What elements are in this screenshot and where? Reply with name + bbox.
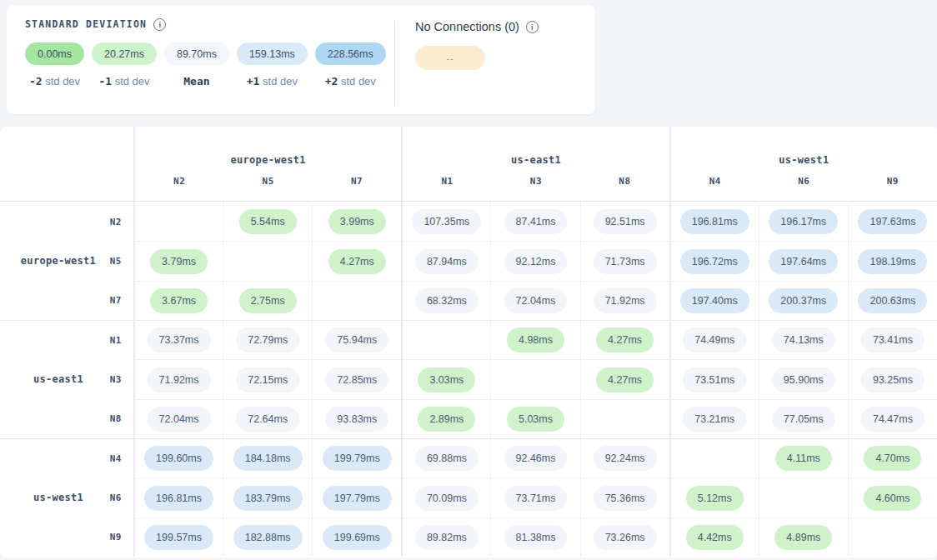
latency-value-pill[interactable]: 4.27ms bbox=[328, 249, 386, 274]
latency-cell: 197.79ms bbox=[312, 478, 401, 517]
latency-value-pill[interactable]: 4.42ms bbox=[686, 525, 744, 550]
latency-value-pill[interactable]: 197.79ms bbox=[323, 486, 392, 511]
latency-value-pill[interactable]: 93.83ms bbox=[325, 407, 388, 432]
latency-value-pill[interactable]: 199.69ms bbox=[323, 525, 392, 550]
latency-value-pill[interactable]: 92.24ms bbox=[594, 446, 657, 471]
latency-value-pill[interactable]: 81.38ms bbox=[504, 525, 568, 550]
latency-value-pill[interactable]: 5.03ms bbox=[507, 407, 564, 432]
latency-value-pill[interactable]: 183.79ms bbox=[233, 486, 303, 511]
latency-cell: 184.18ms bbox=[223, 438, 312, 478]
latency-value-pill[interactable]: 72.85ms bbox=[325, 368, 388, 392]
column-header-N7: N7 bbox=[313, 176, 401, 187]
latency-value-pill[interactable]: 3.67ms bbox=[150, 288, 208, 313]
latency-value-pill[interactable]: 200.63ms bbox=[858, 288, 927, 313]
legend-stop-label: +2 std dev bbox=[325, 75, 376, 88]
latency-value-pill[interactable]: 4.98ms bbox=[507, 328, 564, 352]
latency-value-pill[interactable]: 87.41ms bbox=[504, 209, 568, 234]
row-header-N1: N1 bbox=[110, 335, 122, 346]
latency-value-pill[interactable]: 199.57ms bbox=[144, 525, 213, 550]
latency-value-pill[interactable]: 196.17ms bbox=[769, 209, 838, 234]
latency-value-pill[interactable]: 73.71ms bbox=[504, 486, 568, 511]
legend-stop-label: Mean bbox=[183, 75, 209, 88]
latency-value-pill[interactable]: 72.04ms bbox=[148, 407, 211, 432]
latency-value-pill[interactable]: 196.81ms bbox=[680, 209, 749, 234]
row-header-N7: N7 bbox=[110, 295, 122, 306]
no-connections-title: No Connections (0) bbox=[415, 20, 519, 33]
latency-cell: 3.79ms bbox=[133, 241, 223, 280]
latency-value-pill[interactable]: 4.27ms bbox=[596, 328, 654, 352]
latency-value-pill[interactable]: 73.37ms bbox=[148, 328, 211, 352]
latency-value-pill[interactable]: 74.49ms bbox=[683, 328, 746, 352]
latency-value-pill[interactable]: 72.79ms bbox=[236, 328, 299, 352]
latency-value-pill[interactable]: 4.27ms bbox=[596, 368, 654, 392]
latency-value-pill[interactable]: 73.21ms bbox=[683, 407, 746, 432]
latency-value-pill[interactable]: 75.94ms bbox=[325, 328, 388, 352]
latency-cell: 87.41ms bbox=[490, 202, 579, 241]
latency-value-pill[interactable]: 107.35ms bbox=[412, 209, 481, 234]
latency-value-pill[interactable]: 77.05ms bbox=[772, 407, 835, 432]
latency-value-pill[interactable]: 200.37ms bbox=[769, 288, 838, 313]
latency-value-pill[interactable]: 69.88ms bbox=[415, 446, 479, 471]
latency-value-pill[interactable]: 2.75ms bbox=[239, 288, 297, 313]
legend-threshold-pill: 20.27ms bbox=[92, 42, 157, 65]
latency-value-pill[interactable]: 196.81ms bbox=[144, 486, 213, 511]
latency-value-pill[interactable]: 184.18ms bbox=[233, 446, 303, 471]
latency-value-pill[interactable]: 197.63ms bbox=[858, 209, 927, 234]
latency-value-pill[interactable]: 68.32ms bbox=[415, 288, 479, 313]
latency-value-pill[interactable]: 70.09ms bbox=[415, 486, 479, 511]
latency-value-pill[interactable]: 3.99ms bbox=[328, 209, 386, 234]
latency-value-pill[interactable]: 196.72ms bbox=[680, 249, 749, 274]
latency-value-pill[interactable]: 89.82ms bbox=[415, 525, 479, 550]
latency-cell: 4.27ms bbox=[580, 320, 669, 359]
latency-value-pill[interactable]: 4.11ms bbox=[775, 446, 832, 471]
latency-value-pill[interactable]: 4.89ms bbox=[774, 525, 832, 550]
latency-value-pill[interactable]: 92.46ms bbox=[504, 446, 568, 471]
legend-stop-label-bold: Mean bbox=[183, 75, 209, 88]
latency-value-pill[interactable]: 74.47ms bbox=[861, 407, 924, 432]
latency-value-pill[interactable]: 87.94ms bbox=[415, 249, 479, 274]
latency-cell: 93.83ms bbox=[312, 399, 401, 438]
latency-value-pill[interactable]: 4.60ms bbox=[864, 486, 921, 511]
latency-value-pill[interactable]: 5.54ms bbox=[239, 209, 297, 234]
no-connection-pill: -- bbox=[415, 46, 485, 70]
row-group-label: us-west1 bbox=[0, 492, 117, 503]
latency-value-pill[interactable]: 197.64ms bbox=[769, 249, 838, 274]
latency-value-pill[interactable]: 71.73ms bbox=[594, 249, 657, 274]
latency-value-pill[interactable]: 3.03ms bbox=[418, 368, 475, 392]
latency-value-pill[interactable]: 93.25ms bbox=[861, 368, 924, 392]
latency-cell: 197.64ms bbox=[759, 241, 848, 280]
latency-value-pill[interactable]: 73.26ms bbox=[594, 525, 657, 550]
latency-value-pill[interactable]: 73.51ms bbox=[683, 368, 746, 392]
latency-value-pill[interactable]: 182.88ms bbox=[233, 525, 303, 550]
latency-value-pill[interactable]: 3.79ms bbox=[150, 249, 208, 274]
latency-cell: 73.41ms bbox=[848, 320, 937, 359]
latency-value-pill[interactable]: 74.13ms bbox=[772, 328, 835, 352]
latency-value-pill[interactable]: 4.70ms bbox=[864, 446, 921, 471]
latency-value-pill[interactable]: 92.51ms bbox=[594, 209, 657, 234]
latency-value-pill[interactable]: 72.15ms bbox=[236, 368, 299, 392]
info-icon[interactable] bbox=[526, 21, 539, 33]
latency-value-pill[interactable]: 92.12ms bbox=[504, 249, 568, 274]
latency-value-pill[interactable]: 197.40ms bbox=[680, 288, 749, 313]
latency-value-pill[interactable]: 199.60ms bbox=[144, 446, 213, 471]
latency-value-pill[interactable]: 71.92ms bbox=[148, 368, 211, 392]
matrix-row-N5: europe-west1N53.79ms4.27ms87.94ms92.12ms… bbox=[0, 241, 937, 280]
latency-value-pill[interactable]: 5.12ms bbox=[686, 486, 744, 511]
column-header-N1: N1 bbox=[403, 176, 491, 187]
latency-cell: 92.51ms bbox=[580, 202, 669, 241]
latency-value-pill[interactable]: 71.92ms bbox=[594, 288, 657, 313]
latency-value-pill[interactable]: 2.89ms bbox=[418, 407, 475, 432]
row-header-N2: N2 bbox=[110, 216, 122, 227]
latency-value-pill[interactable]: 73.41ms bbox=[861, 328, 924, 352]
latency-value-pill[interactable]: 72.64ms bbox=[236, 407, 299, 432]
info-icon[interactable] bbox=[153, 18, 166, 31]
matrix-row-N7: N73.67ms2.75ms68.32ms72.04ms71.92ms197.4… bbox=[0, 281, 937, 320]
latency-cell: 5.03ms bbox=[490, 399, 579, 438]
latency-value-pill[interactable]: 95.90ms bbox=[772, 368, 835, 392]
latency-cell: 199.60ms bbox=[133, 438, 223, 478]
latency-value-pill[interactable]: 72.04ms bbox=[504, 288, 568, 313]
latency-cell bbox=[401, 320, 490, 359]
latency-value-pill[interactable]: 199.79ms bbox=[323, 446, 392, 471]
latency-value-pill[interactable]: 75.36ms bbox=[594, 486, 657, 511]
latency-value-pill[interactable]: 198.19ms bbox=[858, 249, 927, 274]
